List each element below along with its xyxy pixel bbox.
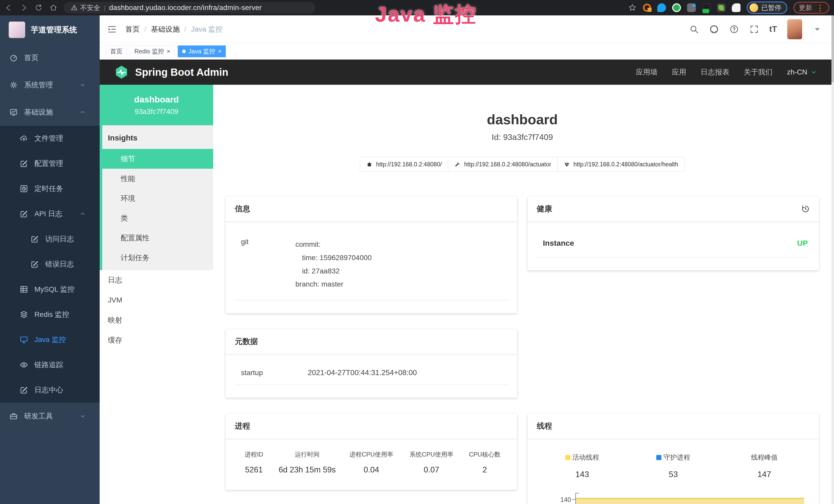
sidebar-item-dev-tools[interactable]: 研发工具: [0, 403, 100, 430]
fullscreen-icon[interactable]: [749, 24, 759, 34]
browser-update-button[interactable]: 更新 ⋮: [793, 2, 829, 14]
close-icon[interactable]: ×: [167, 48, 170, 54]
annotation-java-monitor: Java 监控: [375, 1, 477, 29]
sba-sidebar-item-details[interactable]: 细节: [102, 149, 213, 169]
sidebar-item-log-center[interactable]: 日志中心: [0, 377, 100, 403]
tab-redis-monitor[interactable]: Redis 监控 ×: [130, 45, 175, 57]
health-url-button[interactable]: http://192.168.0.2:48080/actuator/health: [557, 157, 685, 172]
table-grid-icon: [20, 285, 28, 294]
sba-sidebar-item-mappings[interactable]: 映射: [100, 310, 213, 330]
extension-colorzilla-icon[interactable]: [643, 4, 651, 12]
sba-sidebar: dashboard 93a3fc7f7409 Insights 细节 性能 环境…: [100, 85, 213, 504]
sidebar-item-error-log[interactable]: 错误日志: [0, 252, 100, 277]
sidebar-item-label: 错误日志: [45, 259, 74, 269]
sba-locale-select[interactable]: zh-CN: [787, 68, 817, 76]
window-scrollbar[interactable]: [831, 16, 834, 504]
address-bar[interactable]: 不安全 | dashboard.yudao.iocoder.cn/infra/a…: [64, 2, 315, 14]
main-area: 首页 / 基础设施 / Java 监控 tT 首页 Redis 监控: [100, 16, 834, 504]
sidebar-item-access-log[interactable]: 访问日志: [0, 226, 100, 252]
peak-threads-value: 147: [758, 469, 771, 479]
browser-home-icon[interactable]: [49, 4, 58, 12]
sidebar-item-api-log[interactable]: API 日志: [0, 201, 100, 226]
info-git-label: git: [241, 238, 295, 291]
search-icon[interactable]: [689, 24, 699, 34]
font-size-icon[interactable]: tT: [769, 24, 777, 34]
sba-nav-about[interactable]: 关于我们: [744, 67, 773, 77]
sidebar-item-infrastructure[interactable]: 基础设施: [0, 98, 100, 126]
sba-sidebar-item-metrics[interactable]: 性能: [102, 169, 213, 188]
breadcrumb-home[interactable]: 首页: [125, 24, 140, 34]
github-icon[interactable]: [709, 24, 719, 34]
address-divider: |: [104, 4, 106, 12]
extension-leaf-icon[interactable]: [717, 3, 726, 12]
sidebar-item-config-mgmt[interactable]: 配置管理: [0, 151, 100, 176]
reload-icon[interactable]: [35, 4, 43, 12]
sidebar-item-label: 日志中心: [35, 385, 63, 395]
bookmark-star-icon[interactable]: [628, 3, 637, 12]
sba-sidebar-item-jvm[interactable]: JVM: [100, 290, 213, 310]
history-icon[interactable]: [801, 205, 810, 213]
scrollbar-thumb[interactable]: [831, 16, 834, 82]
sidebar-item-label: 配置管理: [35, 159, 63, 168]
browser-menu-icon[interactable]: ⋮: [816, 6, 824, 10]
app-logo-row[interactable]: 芋道管理系统: [0, 16, 100, 44]
extension-switch-on-icon[interactable]: [702, 3, 711, 12]
metadata-card: 元数据 startup 2021-04-27T00:44:31.254+08:0…: [225, 329, 517, 398]
tab-java-monitor[interactable]: Java 监控 ×: [178, 45, 226, 57]
sba-nav-applications[interactable]: 应用: [672, 67, 686, 77]
infrastructure-submenu: 文件管理 配置管理 定时任务 API 日志 访问日志 错误日志: [0, 126, 100, 403]
service-url-button[interactable]: http://192.168.0.2:48080/: [360, 157, 448, 172]
sidebar-item-system-mgmt[interactable]: 系统管理: [0, 71, 100, 98]
sidebar-item-home[interactable]: 首页: [0, 44, 100, 71]
sba-sidebar-item-logs[interactable]: 日志: [100, 270, 213, 290]
health-instance-row[interactable]: Instance UP: [537, 234, 810, 257]
back-icon[interactable]: [5, 4, 13, 12]
hamburger-icon[interactable]: [107, 24, 117, 35]
sba-nav-journal[interactable]: 日志报表: [701, 67, 729, 77]
user-caret-down-icon[interactable]: [812, 24, 822, 34]
layers-icon: [20, 310, 28, 319]
sba-brand[interactable]: Spring Boot Admin: [114, 65, 228, 79]
sba-sidebar-item-scheduled-tasks[interactable]: 计划任务: [102, 248, 213, 268]
browser-profile-chip[interactable]: 已暂停: [747, 2, 787, 14]
chevron-down-icon: [80, 413, 86, 419]
sidebar-item-file-mgmt[interactable]: 文件管理: [0, 126, 100, 151]
extension-grid-icon[interactable]: [687, 3, 696, 12]
extension-pin-icon[interactable]: [657, 3, 666, 12]
sba-sidebar-item-environment[interactable]: 环境: [102, 188, 213, 208]
live-threads-value: 143: [575, 469, 589, 479]
edit-square-icon: [20, 386, 28, 394]
help-icon[interactable]: [729, 24, 739, 34]
sidebar-item-scheduled-jobs[interactable]: 定时任务: [0, 176, 100, 201]
sidebar-item-label: Java 监控: [35, 335, 66, 345]
live-threads-area: [576, 498, 805, 504]
sidebar-item-java-monitor[interactable]: Java 监控: [0, 327, 100, 352]
sidebar-item-label: 研发工具: [24, 411, 53, 421]
sba-nav-wallboard[interactable]: 应用墙: [636, 67, 658, 77]
info-git-row: git commit: time: 1596289704000 id: 27aa…: [235, 234, 508, 300]
sidebar-item-label: 定时任务: [35, 184, 63, 193]
extensions-puzzle-icon[interactable]: [732, 3, 741, 12]
forward-icon[interactable]: [20, 4, 28, 12]
sidebar-item-redis-monitor[interactable]: Redis 监控: [0, 302, 100, 327]
process-header-system-cpu: 系统CPU使用率: [401, 450, 462, 459]
sidebar-item-label: 访问日志: [45, 234, 74, 244]
sidebar-item-trace[interactable]: 链路追踪: [0, 352, 100, 377]
sidebar-item-mysql-monitor[interactable]: MySQL 监控: [0, 277, 100, 302]
sba-sidebar-item-caches[interactable]: 缓存: [100, 330, 213, 350]
instance-header[interactable]: dashboard 93a3fc7f7409: [100, 85, 213, 125]
chevron-down-icon: [810, 69, 817, 75]
app-logo-avatar: [9, 22, 25, 38]
sba-sidebar-item-classes[interactable]: 类: [102, 208, 213, 228]
edit-square-icon: [30, 260, 39, 269]
breadcrumb-infra[interactable]: 基础设施: [151, 24, 180, 34]
tab-home[interactable]: 首页: [106, 45, 127, 57]
profile-emoji-icon: [749, 3, 758, 12]
close-icon[interactable]: ×: [218, 48, 221, 54]
sba-header: Spring Boot Admin 应用墙 应用 日志报表 关于我们 zh-CN: [100, 60, 831, 85]
threads-legend: 活动线程 143 守护进程 53: [537, 451, 810, 479]
extension-green-icon[interactable]: [672, 3, 681, 12]
sba-sidebar-item-config-props[interactable]: 配置属性: [102, 228, 213, 248]
user-avatar[interactable]: [787, 19, 802, 39]
actuator-url-button[interactable]: http://192.168.0.2:48080/actuator: [448, 157, 557, 172]
